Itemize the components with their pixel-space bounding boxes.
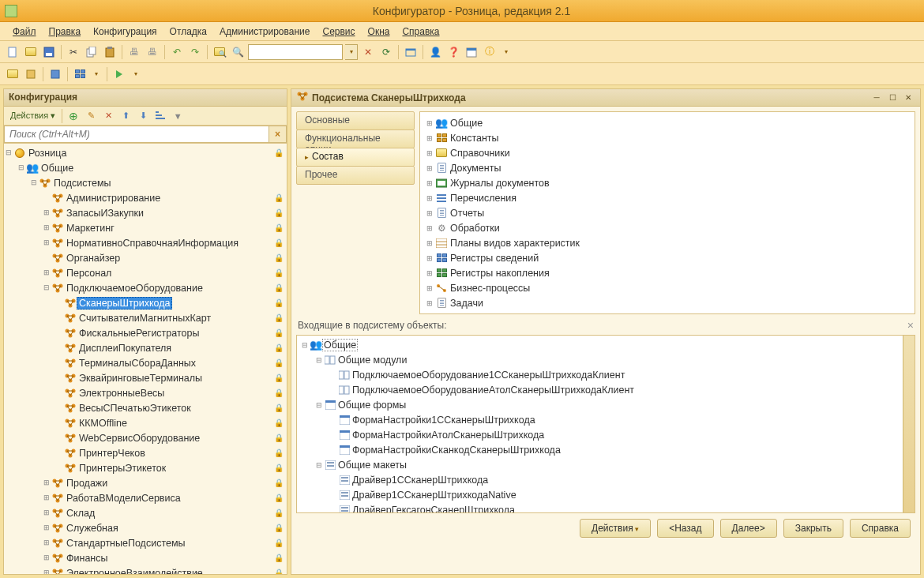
category-row[interactable]: ⊞Регистры сведений — [425, 250, 910, 265]
twisty-icon[interactable]: ⊞ — [42, 208, 51, 218]
actions-button[interactable]: Действия ▾ — [7, 109, 58, 122]
twisty-icon[interactable]: ⊞ — [425, 269, 434, 277]
add-icon[interactable]: ⊕ — [66, 108, 81, 124]
close-button[interactable]: Закрыть — [783, 519, 843, 538]
twisty-icon[interactable]: ⊞ — [42, 238, 51, 248]
save-icon[interactable] — [41, 44, 57, 60]
twisty-icon[interactable] — [54, 343, 64, 353]
tree-row[interactable]: ⊞Финансы🔒 — [4, 550, 287, 565]
category-row[interactable]: ⊞👥Общие — [425, 115, 910, 130]
category-row[interactable]: ⊞Документы — [425, 160, 910, 175]
twisty-icon[interactable]: ⊞ — [425, 239, 434, 247]
twisty-icon[interactable] — [42, 193, 51, 203]
tree-row[interactable]: ЭквайринговыеТерминалы🔒 — [4, 370, 287, 385]
tree-row[interactable]: ⊞ЗапасыИЗакупки🔒 — [4, 205, 287, 220]
search-combo-drop[interactable]: ▾ — [345, 44, 358, 60]
move-down-icon[interactable]: ⬇ — [135, 108, 151, 124]
tree-row[interactable]: ⊟👥Общие — [4, 160, 287, 175]
twisty-icon[interactable]: ⊞ — [42, 479, 51, 488]
twisty-icon[interactable]: ⊞ — [425, 209, 434, 217]
twisty-icon[interactable]: ⊞ — [42, 524, 51, 533]
config-tree[interactable]: ⊟Розница🔒⊟👥Общие⊟ПодсистемыАдминистриров… — [4, 144, 287, 574]
open-icon[interactable] — [23, 44, 39, 60]
tree-row[interactable]: ПринтерыЭтикеток🔒 — [4, 460, 287, 475]
menu-admin[interactable]: Администрирование — [213, 24, 316, 39]
print-preview-icon[interactable]: 🖶 — [145, 44, 160, 60]
twisty-icon[interactable] — [54, 373, 64, 383]
twisty-icon[interactable]: ⊞ — [42, 554, 51, 563]
info-drop[interactable]: ▾ — [500, 44, 513, 60]
tree-row[interactable]: ТерминалыСбораДанных🔒 — [4, 355, 287, 370]
search-icon[interactable]: 🔍 — [230, 44, 246, 60]
member-row[interactable]: Драйвер1ССканерШтрихкодаNative — [300, 487, 911, 502]
twisty-icon[interactable]: ⊞ — [42, 539, 51, 548]
twisty-icon[interactable] — [54, 464, 64, 473]
tree-row[interactable]: ЭлектронныеВесы🔒 — [4, 385, 287, 400]
member-row[interactable]: Драйвер1ССканерШтрихкода — [300, 472, 911, 487]
tree-row[interactable]: ⊞Склад🔒 — [4, 505, 287, 520]
twisty-icon[interactable] — [54, 298, 64, 308]
copy-icon[interactable] — [84, 44, 100, 60]
members-close-icon[interactable]: × — [907, 319, 914, 332]
members-box[interactable]: ⊟👥Общие⊟Общие модулиПодключаемоеОборудов… — [296, 335, 915, 513]
twisty-icon[interactable] — [54, 434, 64, 443]
twisty-icon[interactable]: ⊞ — [42, 569, 51, 575]
twisty-icon[interactable]: ⊞ — [425, 194, 434, 202]
delete-icon[interactable]: ✕ — [100, 108, 116, 124]
undo-icon[interactable]: ↶ — [169, 44, 185, 60]
edit-icon[interactable]: ✎ — [83, 108, 99, 124]
menu-file[interactable]: Файл — [6, 24, 43, 39]
member-row[interactable]: ПодключаемоеОборудование1ССканерыШтрихко… — [300, 367, 911, 382]
tree-row[interactable]: ПринтерЧеков🔒 — [4, 445, 287, 460]
help-button[interactable]: Справка — [850, 519, 911, 538]
twisty-icon[interactable] — [54, 328, 64, 338]
tree-row[interactable]: ВесыСПечатьюЭтикеток🔒 — [4, 400, 287, 415]
tree-row[interactable]: Администрирование🔒 — [4, 190, 287, 205]
twisty-icon[interactable]: ⊟ — [29, 178, 39, 188]
twisty-icon[interactable]: ⊟ — [314, 356, 324, 364]
menu-service[interactable]: Сервис — [316, 24, 361, 39]
category-row[interactable]: ⊞Справочники — [425, 145, 910, 160]
category-row[interactable]: ⊞Планы видов характеристик — [425, 235, 910, 250]
tree-row[interactable]: WebСервисОборудование🔒 — [4, 430, 287, 445]
twisty-icon[interactable]: ⊞ — [425, 119, 434, 127]
twisty-icon[interactable] — [54, 403, 64, 413]
search-combo[interactable] — [248, 44, 343, 60]
user-icon[interactable]: 👤 — [427, 44, 443, 60]
move-up-icon[interactable]: ⬆ — [118, 108, 133, 124]
twisty-icon[interactable]: ⊞ — [425, 149, 434, 157]
category-row[interactable]: ⊞Задачи — [425, 295, 910, 310]
twisty-icon[interactable]: ⊟ — [17, 163, 26, 173]
info-icon[interactable]: ⓘ — [482, 44, 498, 60]
twisty-icon[interactable]: ⊟ — [4, 148, 13, 158]
tree-row[interactable]: ⊞ЭлектронноеВзаимодействие🔒 — [4, 565, 287, 574]
category-row[interactable]: ⊞Журналы документов — [425, 175, 910, 190]
tree-row[interactable]: ФискальныеРегистраторы🔒 — [4, 325, 287, 340]
back-button[interactable]: <Назад — [657, 519, 713, 538]
twisty-icon[interactable]: ⊞ — [425, 299, 434, 307]
tree-row[interactable]: ККМOffline🔒 — [4, 415, 287, 430]
category-row[interactable]: ⊞Регистры накопления — [425, 265, 910, 280]
update-db-icon[interactable] — [47, 66, 63, 82]
run-drop[interactable]: ▾ — [130, 66, 142, 82]
next-button[interactable]: Далее> — [720, 519, 777, 538]
actions-dropdown[interactable]: Действия — [580, 519, 651, 538]
filter-icon[interactable]: ▼ — [170, 108, 186, 124]
new-icon[interactable] — [5, 44, 21, 60]
maximize-icon[interactable]: ☐ — [885, 92, 900, 104]
tree-row[interactable]: СчитывателиМагнитныхКарт🔒 — [4, 310, 287, 325]
tree-row[interactable]: ⊟Розница🔒 — [4, 145, 287, 160]
tab-состав[interactable]: Состав — [296, 148, 415, 167]
member-row[interactable]: ⊟Общие модули — [300, 352, 911, 367]
db-config-icon[interactable] — [23, 66, 39, 82]
member-row[interactable]: ⊟👥Общие — [300, 337, 911, 352]
twisty-icon[interactable] — [42, 253, 51, 263]
category-row[interactable]: ⊞Константы — [425, 130, 910, 145]
twisty-icon[interactable]: ⊞ — [42, 268, 51, 278]
twisty-icon[interactable]: ⊞ — [425, 284, 434, 292]
member-row[interactable]: ⊟Общие макеты — [300, 457, 911, 472]
print-icon[interactable]: 🖶 — [126, 44, 142, 60]
tab-прочее[interactable]: Прочее — [296, 166, 415, 185]
tree-row[interactable]: ⊞СтандартныеПодсистемы🔒 — [4, 535, 287, 550]
config-icon[interactable] — [5, 66, 21, 82]
